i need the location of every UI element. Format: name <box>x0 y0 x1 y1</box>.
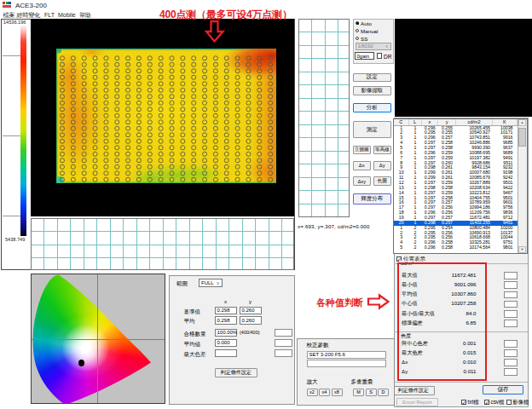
menu-help[interactable]: 帮助 <box>79 11 91 19</box>
avg-y-field[interactable]: 0.260 <box>240 316 262 325</box>
menu-flt[interactable]: FLT <box>44 11 55 19</box>
analyze-button[interactable]: 分析 <box>353 103 391 112</box>
color-scale-bar <box>20 25 26 236</box>
zoom-button[interactable]: x4 <box>319 389 330 396</box>
col-x-header: x <box>215 299 237 304</box>
capture-button[interactable]: 影像擷取 <box>353 86 391 95</box>
dr-label: DR <box>384 54 391 60</box>
judge-box <box>504 310 518 318</box>
chevron-down-icon: ∨ <box>217 280 220 285</box>
col-y-header: y <box>240 299 262 304</box>
judge-box <box>275 349 292 358</box>
scale-tick <box>3 216 21 216</box>
table-body: 1 1 0.296 0.255 10265.455 10038 2 1 0.29… <box>394 126 518 255</box>
zoom-buttons: x2 x4 x8 <box>307 389 344 396</box>
contour-button[interactable]: 等高線 <box>373 146 391 155</box>
scale-min-value: 5438.749 <box>5 237 25 242</box>
judge-condition-button[interactable]: 判定條件設定 <box>215 368 258 377</box>
cie-crosshair-horizontal <box>32 339 165 340</box>
judge-box <box>504 272 518 279</box>
judge-box <box>504 349 518 357</box>
judge-box <box>504 340 518 348</box>
pass-count-field[interactable]: 100.00% <box>215 329 237 337</box>
avg-label: 平均 <box>184 318 195 325</box>
camera-preview <box>395 19 532 117</box>
annotation-arrow-right <box>367 293 390 310</box>
cie-measurement-dot <box>78 360 84 366</box>
pass-count-note: (400/400) <box>240 330 260 335</box>
zoom-button[interactable]: x2 <box>307 389 318 396</box>
menu-mobile[interactable]: Mobile <box>58 11 76 19</box>
delta-xy-button[interactable]: Δxy <box>353 176 371 186</box>
scroll-thumb[interactable] <box>518 128 526 147</box>
image-file-check[interactable]: 影像檔 <box>506 399 529 406</box>
delta-y-button[interactable]: Δy <box>373 161 391 170</box>
judge-box <box>504 368 518 376</box>
radio-auto[interactable]: Auto <box>356 20 372 26</box>
chevron-down-icon: ∨ <box>385 43 389 49</box>
divider <box>394 382 528 383</box>
menu-trend[interactable]: 經時變化 <box>17 11 41 19</box>
radio-ss-dot <box>356 37 360 41</box>
dr-checkbox[interactable] <box>377 53 383 59</box>
scroll-up-icon[interactable]: ▲ <box>518 119 526 126</box>
scale-tick <box>3 135 21 136</box>
judge-box <box>504 281 518 289</box>
radio-manual[interactable]: Manual <box>356 28 379 34</box>
judge-box <box>504 291 518 299</box>
luminance-heatmap <box>56 49 276 183</box>
shutter-select[interactable]: 1/8192 ∨ <box>356 43 391 51</box>
overlay-label: 多畫重疊 <box>351 378 373 386</box>
avgdiff-label: 平均値 <box>184 341 201 349</box>
pass-count-label: 合格數量 <box>184 331 206 338</box>
judge-box <box>504 301 518 308</box>
range-label: 範圍 <box>176 280 188 288</box>
judge-condition-button[interactable]: 判定條件設定 <box>392 386 435 395</box>
excel-report-button[interactable]: Excel Report <box>396 398 439 406</box>
zoom-button[interactable]: x8 <box>332 389 343 396</box>
overlay-button[interactable]: M <box>353 389 364 396</box>
overlay-button[interactable]: D <box>378 389 389 396</box>
overlay-button[interactable]: S <box>366 389 377 396</box>
app-icon <box>3 1 12 9</box>
measurement-table[interactable]: C L x y cd/m2 K 1 1 0.296 0.255 10265.45… <box>393 118 528 255</box>
avgdiff-field[interactable]: 0.000 <box>215 339 237 348</box>
judge-box <box>504 359 518 366</box>
ref-y-field[interactable]: 0.260 <box>240 307 262 315</box>
view-3d-button[interactable]: 立體圖 <box>353 146 371 155</box>
judge-box <box>275 329 292 337</box>
txt-file-check[interactable]: txt檔 <box>461 399 479 406</box>
txt-checkbox[interactable] <box>461 400 467 406</box>
radio-auto-dot <box>356 21 360 26</box>
calibration-preset-field[interactable]: SET 3-200 F5.6 <box>307 351 386 359</box>
calibration-field-2[interactable] <box>307 360 386 367</box>
maxdiff-label: 最大色差 <box>184 351 206 359</box>
colormap-button[interactable]: 色圖 <box>373 176 391 186</box>
ref-label: 基準值 <box>184 308 201 316</box>
coordinate-readout: x=.693, y=.307, cd/m2=0.000 <box>298 223 370 229</box>
table-scrollbar[interactable]: ▲ ▼ <box>518 119 527 254</box>
ref-x-field[interactable]: 0.298 <box>215 307 237 315</box>
save-button[interactable]: 儲存 <box>483 385 523 395</box>
csv-checkbox[interactable] <box>484 400 490 406</box>
gain-input[interactable]: 0gain <box>355 52 375 60</box>
table-row[interactable]: 5 2 0.296 0.258 10174.564 9801 <box>394 245 518 251</box>
range-select[interactable]: FULL ∨ <box>199 279 223 287</box>
grid-panel-right <box>298 19 350 217</box>
luminance-distribution-button[interactable]: 輝度分布 <box>353 193 391 204</box>
calibration-label: 校正參數 <box>307 342 329 349</box>
zoom-label: 放大 <box>307 378 318 386</box>
maxdiff-field[interactable] <box>215 349 237 358</box>
menu-file[interactable]: 檔案 <box>3 11 15 19</box>
csv-file-check[interactable]: csv檔 <box>484 399 505 406</box>
avg-x-field[interactable]: 0.298 <box>215 316 237 325</box>
annotation-rectangle <box>397 262 487 381</box>
image-checkbox[interactable] <box>506 400 512 406</box>
cie-diagram-panel[interactable] <box>31 274 165 404</box>
settings-button[interactable]: 設定 <box>353 73 391 83</box>
scroll-down-icon[interactable]: ▼ <box>518 246 526 253</box>
heatmap-canvas[interactable] <box>31 19 294 216</box>
delta-x-button[interactable]: Δx <box>353 161 371 170</box>
measure-button[interactable]: 測定 <box>353 121 391 138</box>
radio-ss[interactable]: SS <box>356 36 368 42</box>
